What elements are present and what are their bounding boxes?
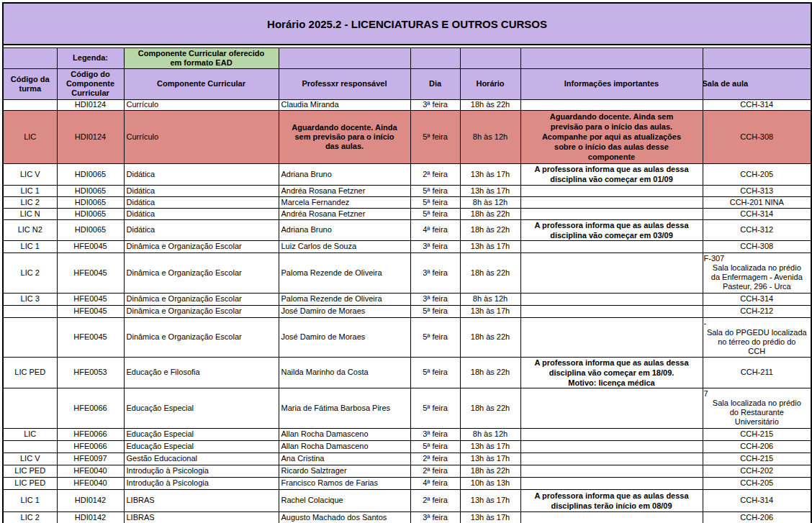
cell-componente: Introdução à Psicologia bbox=[124, 465, 279, 477]
cell-turma bbox=[3, 305, 57, 317]
cell-sala: CCH-308 bbox=[703, 240, 811, 253]
cell-sala: CCH-215 bbox=[703, 428, 811, 440]
cell-componente: Didática bbox=[124, 196, 279, 208]
sala-text: CCH-211 bbox=[704, 368, 811, 377]
cell-componente: Didática bbox=[124, 208, 279, 219]
cell-dia: 3ª feira bbox=[410, 511, 460, 523]
sala-text: CCH-313 bbox=[704, 186, 811, 196]
cell-componente: LIBRAS bbox=[124, 489, 279, 511]
cell-professor: José Damiro de Moraes bbox=[279, 317, 410, 357]
cell-professor: José Damiro de Moraes bbox=[279, 305, 410, 317]
cell-codigo: HFE0040 bbox=[57, 477, 124, 489]
cell-componente: Dinâmica e Organização Escolar bbox=[124, 253, 279, 293]
cell-dia: 5ª feira bbox=[410, 317, 460, 357]
legend-row: Legenda: Componente Curricular oferecido… bbox=[3, 47, 811, 68]
sala-text: CCH-205 bbox=[704, 478, 811, 488]
col-header-informacoes: Informações importantes bbox=[520, 68, 703, 99]
sala-text: CCH-215 bbox=[704, 454, 811, 463]
sala-text: CCH-308 bbox=[704, 132, 811, 142]
cell-sala: CCH-212 bbox=[703, 305, 811, 317]
table-row: LIC V HFE0097 Gestão Educacional Ana Cri… bbox=[3, 452, 811, 465]
cell-informacoes: A professora informa que as aulas dessa … bbox=[520, 357, 703, 388]
cell-professor: Claudia Miranda bbox=[279, 99, 410, 110]
cell-professor: Paloma Rezende de Oliveira bbox=[279, 293, 410, 305]
table-row: LIC 3 HFE0045 Dinâmica e Organização Esc… bbox=[3, 293, 811, 305]
sala-text: CCH-314 bbox=[704, 100, 811, 109]
legend-empty-cell bbox=[410, 47, 460, 68]
cell-dia: 5ª feira bbox=[410, 440, 460, 452]
cell-sala: CCH-314 bbox=[703, 208, 811, 219]
sala-text: CCH-312 bbox=[704, 225, 811, 235]
cell-sala: CCH-201 NINA bbox=[703, 196, 811, 208]
cell-dia: 2ª feira bbox=[410, 163, 460, 185]
cell-componente: Didática bbox=[124, 163, 279, 185]
cell-componente: Educação e Filosofia bbox=[124, 357, 279, 388]
cell-professor: Allan Rocha Damasceno bbox=[279, 440, 410, 452]
cell-componente: Dinâmica e Organização Escolar bbox=[124, 305, 279, 317]
cell-dia: 5ª feira bbox=[410, 305, 460, 317]
cell-sala: CCH-211 bbox=[703, 357, 811, 388]
legend-label: Legenda: bbox=[57, 47, 124, 68]
legend-empty-cell bbox=[279, 47, 410, 68]
legend-ead-cell: Componente Curricular oferecido em forma… bbox=[124, 47, 279, 68]
cell-codigo: HDI0065 bbox=[57, 163, 124, 185]
cell-horario: 8h às 12h bbox=[460, 428, 520, 440]
cell-professor: Luiz Carlos de Souza bbox=[279, 240, 410, 253]
legend-empty-cell bbox=[703, 47, 811, 68]
col-header-sala: Sala de aula bbox=[703, 68, 811, 99]
cell-professor: Francisco Ramos de Farias bbox=[279, 477, 410, 489]
cell-turma: LIC V bbox=[3, 163, 57, 185]
cell-informacoes bbox=[520, 240, 703, 253]
cell-professor: Augusto Machado dos Santos bbox=[279, 511, 410, 523]
cell-codigo: HDI0124 bbox=[57, 110, 124, 163]
sala-text: CCH-308 bbox=[704, 242, 811, 251]
cell-informacoes bbox=[520, 99, 703, 110]
cell-informacoes: A professora informa que as aulas dessa … bbox=[520, 489, 703, 511]
cell-dia: 5ª feira bbox=[410, 110, 460, 163]
sala-text: CCH-314 bbox=[704, 294, 811, 304]
cell-informacoes: A professora informa que as aulas dessa … bbox=[520, 163, 703, 185]
cell-turma: LIC 1 bbox=[3, 489, 57, 511]
sala-text: CCH-314 bbox=[704, 209, 811, 219]
cell-sala: CCH-205 bbox=[703, 163, 811, 185]
cell-turma: LIC N bbox=[3, 208, 57, 219]
col-header-horario: Horário bbox=[460, 68, 520, 99]
cell-componente: Gestão Educacional bbox=[124, 452, 279, 465]
cell-dia: 4ª feira bbox=[410, 477, 460, 489]
cell-codigo: HDI0065 bbox=[57, 208, 124, 219]
cell-turma: LIC bbox=[3, 110, 57, 163]
cell-informacoes bbox=[520, 305, 703, 317]
cell-informacoes bbox=[520, 208, 703, 219]
cell-sala: 7Sala localizada no prédio do Restaurant… bbox=[703, 388, 811, 428]
cell-informacoes bbox=[520, 293, 703, 305]
schedule-table: Horário 2025.2 - LICENCIATURAS E OUTROS … bbox=[2, 2, 812, 523]
table-row: LIC 1 HFE0045 Dinâmica e Organização Esc… bbox=[3, 240, 811, 253]
cell-dia: 3ª feira bbox=[410, 293, 460, 305]
cell-horario: 18h às 22h bbox=[460, 357, 520, 388]
cell-turma: LIC bbox=[3, 428, 57, 440]
cell-componente: Didática bbox=[124, 219, 279, 240]
cell-horario: 18h às 22h bbox=[460, 465, 520, 477]
col-header-dia: Dia bbox=[410, 68, 460, 99]
cell-codigo: HDI0065 bbox=[57, 185, 124, 196]
cell-sala: CCH-215 bbox=[703, 452, 811, 465]
cell-sala: CCH-314 bbox=[703, 99, 811, 110]
table-row: LIC 2 HFE0045 Dinâmica e Organização Esc… bbox=[3, 253, 811, 293]
table-row: LIC N HDI0065 Didática Andréa Rosana Fet… bbox=[3, 208, 811, 219]
cell-horario: 13h às 17h bbox=[460, 489, 520, 511]
cell-componente: Educação Especial bbox=[124, 388, 279, 428]
table-row: HFE0066 Educação Especial Maria de Fátim… bbox=[3, 388, 811, 428]
page-title: Horário 2025.2 - LICENCIATURAS E OUTROS … bbox=[3, 3, 811, 45]
cell-turma: LIC N2 bbox=[3, 219, 57, 240]
cell-sala: F-307Sala localizada no prédio da Enferm… bbox=[703, 253, 811, 293]
cell-dia: 5ª feira bbox=[410, 196, 460, 208]
cell-sala: CCH-308 bbox=[703, 110, 811, 163]
table-row: LIC N2 HDI0065 Didática Adriana Bruno 4ª… bbox=[3, 219, 811, 240]
table-row: HFE0066 Educação Especial Allan Rocha Da… bbox=[3, 440, 811, 452]
table-row: LIC 2 HDI0142 LIBRAS Augusto Machado dos… bbox=[3, 511, 811, 523]
cell-professor: Aguardando docente. Ainda sem previsão p… bbox=[279, 110, 410, 163]
table-row: HFE0045 Dinâmica e Organização Escolar J… bbox=[3, 305, 811, 317]
legend-empty-cell bbox=[520, 47, 703, 68]
sala-text: CCH-206 bbox=[704, 513, 811, 522]
cell-componente: Currículo bbox=[124, 99, 279, 110]
